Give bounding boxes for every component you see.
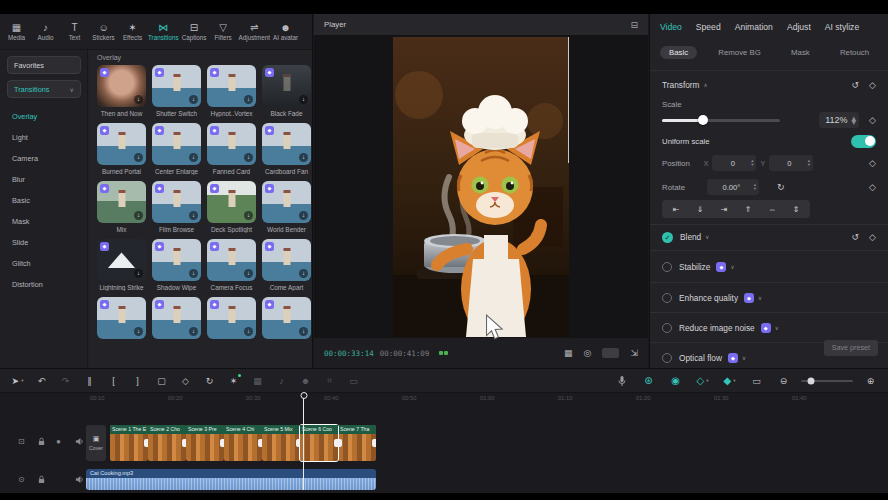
- save-preset-button[interactable]: Save preset: [824, 340, 878, 356]
- sidebar-category-dropdown[interactable]: Transitions ∨: [7, 80, 81, 98]
- video-clip[interactable]: Scene 1 The E: [110, 425, 148, 461]
- reset-icon[interactable]: ↺: [852, 80, 860, 90]
- transition-item[interactable]: ◆ ↓ Come Apart: [262, 239, 311, 291]
- cover-button[interactable]: ▣ Cover: [86, 425, 106, 461]
- transition-item[interactable]: ◆ ↓ Mix: [97, 181, 146, 233]
- fullscreen-icon[interactable]: ⇲: [630, 348, 638, 358]
- topbar-item[interactable]: ☺ Stickers: [89, 23, 118, 41]
- timeline-ruler[interactable]: 00:1000:2000:3000:4000:5001:0001:1001:20…: [90, 395, 870, 401]
- sidebar-item[interactable]: Slide: [0, 232, 87, 253]
- timeline-tool-icon[interactable]: ◇: [176, 372, 195, 390]
- transition-item[interactable]: ◆ ↓ Then and Now: [97, 65, 146, 117]
- topbar-item[interactable]: ▦ Media: [2, 23, 31, 41]
- inspector-tab[interactable]: Animation: [735, 22, 773, 32]
- timeline-feature-toggle-icon[interactable]: ◉: [666, 372, 685, 390]
- keyframe-icon[interactable]: ◇: [869, 232, 876, 242]
- inspector-tab[interactable]: Speed: [696, 22, 721, 32]
- position-x-field[interactable]: 0 ▴▾: [712, 155, 756, 171]
- hide-track-icon[interactable]: ●: [56, 437, 65, 446]
- timeline-tool-icon[interactable]: [: [104, 372, 123, 390]
- zoom-slider-handle[interactable]: [808, 377, 815, 384]
- keyframe-icon[interactable]: ◇: [869, 158, 876, 168]
- transition-item[interactable]: ◆ ↓ Cardboard Fan: [262, 123, 311, 175]
- sidebar-item[interactable]: Basic: [0, 190, 87, 211]
- sidebar-item[interactable]: Light: [0, 127, 87, 148]
- chevron-down-icon[interactable]: ∨: [742, 355, 746, 361]
- feature-checkbox[interactable]: [662, 353, 672, 363]
- align-icon[interactable]: ⇕: [784, 205, 808, 214]
- video-clip[interactable]: Scene 5 Mix: [262, 425, 300, 461]
- lock-icon[interactable]: [37, 475, 46, 484]
- timeline-tool-icon[interactable]: ]: [128, 372, 147, 390]
- timeline-feature-toggle-icon[interactable]: ⊛: [639, 372, 658, 390]
- timeline-tool-icon[interactable]: ☻: [296, 372, 315, 390]
- topbar-item[interactable]: ⇌ Adjustment: [238, 23, 272, 41]
- keyframe-icon[interactable]: ◇: [869, 80, 876, 90]
- timeline-tool-icon[interactable]: ♪: [272, 372, 291, 390]
- video-clip[interactable]: Scene 2 Cho: [148, 425, 186, 461]
- inspector-subtab[interactable]: Basic: [660, 46, 697, 59]
- quality-badge-icon[interactable]: [602, 348, 619, 358]
- feature-checkbox[interactable]: [662, 323, 672, 333]
- chevron-down-icon[interactable]: ∨: [705, 234, 709, 240]
- inspector-subtab[interactable]: Mask: [782, 46, 819, 59]
- sidebar-item[interactable]: Blur: [0, 169, 87, 190]
- timeline-tool-icon[interactable]: ↶: [32, 372, 51, 390]
- transition-item[interactable]: ◆ ↓ Deck Spotlight: [207, 181, 256, 233]
- topbar-item[interactable]: ⋈ Transitions: [147, 23, 180, 41]
- rotate-field[interactable]: 0.00° ▴▾: [707, 179, 759, 195]
- timeline-tool-icon[interactable]: ↻: [200, 372, 219, 390]
- align-icon[interactable]: ⇑: [736, 205, 760, 214]
- align-icon[interactable]: ⇤: [664, 205, 688, 214]
- timeline-tool-icon[interactable]: ⌗: [320, 372, 339, 390]
- timeline-tool-icon[interactable]: ▦: [248, 372, 267, 390]
- transition-item[interactable]: ◆ ↓ World Bender: [262, 181, 311, 233]
- feature-checkbox[interactable]: [662, 262, 672, 272]
- video-clip[interactable]: Scene 3 Pre: [186, 425, 224, 461]
- video-clip[interactable]: Scene 6 Coo: [300, 425, 338, 461]
- reset-icon[interactable]: ↺: [852, 232, 860, 242]
- grid-view-icon[interactable]: ▦: [564, 348, 573, 358]
- mute-track-icon[interactable]: [75, 475, 84, 484]
- transition-item[interactable]: ◆ ↓: [97, 297, 146, 342]
- playhead[interactable]: [303, 393, 304, 490]
- video-preview[interactable]: [393, 37, 569, 337]
- lock-icon[interactable]: [37, 437, 46, 446]
- video-clip[interactable]: Scene 7 Tha: [338, 425, 376, 461]
- scale-value-field[interactable]: 112% ▴▾: [819, 112, 859, 128]
- topbar-item[interactable]: ♪ Audio: [31, 23, 60, 41]
- zoom-in-icon[interactable]: ⊕: [861, 372, 880, 390]
- transition-item[interactable]: ◆ ↓ Black Fade: [262, 65, 311, 117]
- transition-item[interactable]: ◆ ↓ Lightning Strike: [97, 239, 146, 291]
- sidebar-favorites[interactable]: Favorites: [7, 56, 81, 74]
- transition-item[interactable]: ◆ ↓ Center Enlarge: [152, 123, 201, 175]
- timeline-feature-toggle-icon[interactable]: ◇: [693, 372, 712, 390]
- player-display-options-icon[interactable]: ⊟: [630, 20, 638, 30]
- sidebar-item[interactable]: Distortion: [0, 274, 87, 295]
- timeline-feature-toggle-icon[interactable]: ◆: [720, 372, 739, 390]
- keyframe-icon[interactable]: ◇: [869, 115, 876, 125]
- inspector-tab[interactable]: AI stylize: [825, 22, 859, 32]
- transition-item[interactable]: ◆ ↓ Film Browse: [152, 181, 201, 233]
- transition-item[interactable]: ◆ ↓ Shutter Switch: [152, 65, 201, 117]
- preview-monitor-icon[interactable]: ▭: [747, 372, 766, 390]
- sidebar-item[interactable]: Overlay: [0, 106, 87, 127]
- inspector-subtab[interactable]: Remove BG: [709, 46, 769, 59]
- topbar-item[interactable]: ▽ Filters: [209, 23, 238, 41]
- chevron-down-icon[interactable]: ∨: [730, 264, 734, 270]
- topbar-item[interactable]: ☻ AI avatar: [271, 23, 300, 41]
- video-clip[interactable]: Scene 4 Chi: [224, 425, 262, 461]
- transition-item[interactable]: ◆ ↓: [207, 297, 256, 342]
- chevron-down-icon[interactable]: ∨: [775, 325, 779, 331]
- inspector-subtab[interactable]: Retouch: [831, 46, 878, 59]
- timeline-tool-icon[interactable]: ↷: [56, 372, 75, 390]
- sidebar-item[interactable]: Glitch: [0, 253, 87, 274]
- transition-item[interactable]: ◆ ↓ Shadow Wipe: [152, 239, 201, 291]
- topbar-item[interactable]: ⊟ Captions: [180, 23, 209, 41]
- transition-item[interactable]: ◆ ↓ Camera Focus: [207, 239, 256, 291]
- timeline-tool-icon[interactable]: ✶: [224, 372, 243, 390]
- slider-handle[interactable]: [698, 115, 708, 125]
- collapse-icon[interactable]: ∧: [704, 82, 708, 88]
- inspector-tab[interactable]: Video: [660, 22, 682, 32]
- timeline-tool-icon[interactable]: ➤: [8, 372, 27, 390]
